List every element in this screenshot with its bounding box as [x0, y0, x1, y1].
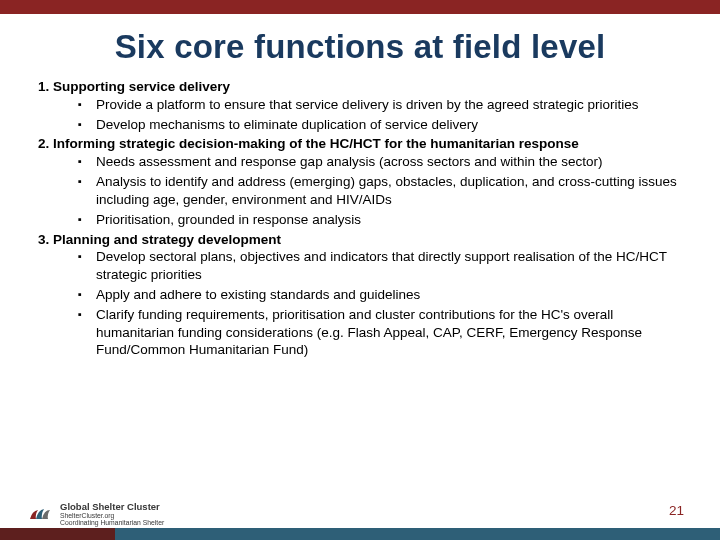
footer-inner: Global Shelter Cluster ShelterCluster.or… [0, 500, 720, 526]
section-2: 2. Informing strategic decision-making o… [38, 135, 682, 228]
list-item: Clarify funding requirements, prioritisa… [78, 306, 682, 359]
footer-tagline: Coordinating Humanitarian Shelter [60, 519, 164, 526]
section-heading: 1. Supporting service delivery [38, 79, 230, 94]
section-1: 1. Supporting service delivery Provide a… [38, 78, 682, 133]
list-item: Develop sectoral plans, objectives and i… [78, 248, 682, 284]
section-bullets: Provide a platform to ensure that servic… [38, 96, 682, 134]
list-item: Prioritisation, grounded in response ana… [78, 211, 682, 229]
list-item: Develop mechanisms to eliminate duplicat… [78, 116, 682, 134]
footer-strip-left [0, 528, 115, 540]
footer-url: ShelterCluster.org [60, 512, 164, 519]
list-item: Provide a platform to ensure that servic… [78, 96, 682, 114]
section-heading: 2. Informing strategic decision-making o… [38, 136, 579, 151]
footer-strip [0, 528, 720, 540]
section-heading: 3. Planning and strategy development [38, 232, 281, 247]
shelter-cluster-logo-icon [28, 505, 52, 523]
top-accent-bar [0, 0, 720, 14]
section-3: 3. Planning and strategy development Dev… [38, 231, 682, 360]
slide-title: Six core functions at field level [0, 14, 720, 72]
footer-strip-right [115, 528, 720, 540]
list-item: Needs assessment and response gap analys… [78, 153, 682, 171]
list-item: Analysis to identify and address (emergi… [78, 173, 682, 209]
page-number: 21 [669, 503, 684, 518]
slide-content: 1. Supporting service delivery Provide a… [0, 72, 720, 359]
section-bullets: Needs assessment and response gap analys… [38, 153, 682, 228]
slide: Six core functions at field level 1. Sup… [0, 0, 720, 540]
footer-org: Global Shelter Cluster [60, 502, 164, 512]
list-item: Apply and adhere to existing standards a… [78, 286, 682, 304]
section-bullets: Develop sectoral plans, objectives and i… [38, 248, 682, 359]
footer-text: Global Shelter Cluster ShelterCluster.or… [60, 502, 164, 526]
slide-footer: Global Shelter Cluster ShelterCluster.or… [0, 500, 720, 540]
